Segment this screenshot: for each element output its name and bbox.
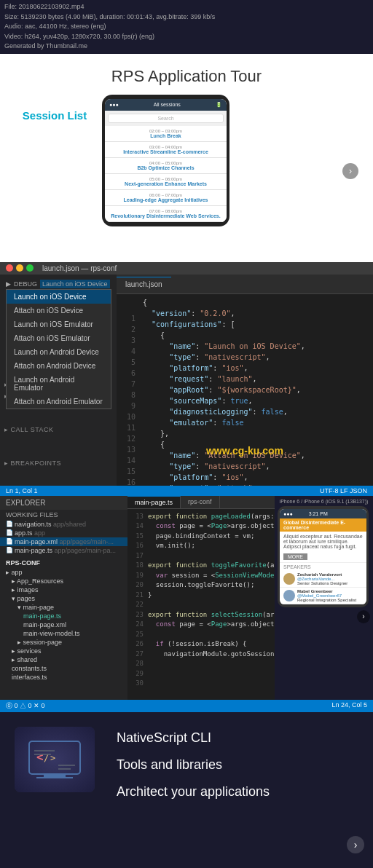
- session-list-area: Session List ●●● All sessions 🔋 Search 0…: [7, 95, 366, 255]
- play-icon[interactable]: ▶: [6, 280, 11, 288]
- dropdown-item-5[interactable]: Launch on Android Device: [7, 345, 111, 359]
- promo-section: < / > NativeScript CLI Tools and librari…: [0, 712, 373, 869]
- metadata-line3: Audio: aac, 44100 Hz, stereo (eng): [4, 22, 369, 32]
- next-arrow[interactable]: ›: [342, 163, 358, 179]
- speaker-2: Mabel Greenbeer @Mabel_Greenbeer67 Regio…: [280, 588, 366, 604]
- phone-screen: ●●● All sessions 🔋 Search 02:00 – 03:00p…: [105, 99, 227, 222]
- avatar-2: [283, 590, 295, 601]
- file-icon: 📄: [6, 521, 13, 527]
- tree-main-view-model[interactable]: main-view-model.ts: [0, 629, 127, 638]
- prs-description: Aliquid excepteur aut. Recusandae et lab…: [280, 532, 366, 551]
- debug-dropdown-value[interactable]: Launch on iOS Device: [40, 280, 110, 288]
- vscode-titlebar: launch.json — rps-conf: [0, 262, 373, 275]
- tree-interfaces-ts[interactable]: interfaces.ts: [0, 673, 127, 682]
- tree-pages[interactable]: ▾ pages: [0, 594, 127, 603]
- page-title: RPS Application Tour: [7, 67, 366, 86]
- status-left: ⓪ 0 △ 0 ✕ 0: [6, 701, 45, 711]
- file-navigation-ts[interactable]: 📄 navigation.ts app/shared: [0, 520, 127, 529]
- file-icon: 📄: [6, 538, 13, 545]
- code-content: { "version": "0.2.0", "configurations": …: [140, 294, 308, 486]
- metadata-line5: Generated by Thumbnail.me: [4, 42, 369, 52]
- list-item: 04:00 – 05:00pm B2b Optimize Channels: [105, 158, 227, 174]
- speaker-1-name: Zechariah Vandervort: [297, 572, 348, 577]
- metadata-line2: Size: 5139230 bytes (4.90 MiB), duration…: [4, 12, 369, 23]
- promo-item-1: NativeScript CLI: [117, 730, 358, 746]
- tree-shared[interactable]: ▸ shared: [0, 655, 127, 664]
- phone-right-outer: ●●● 3:21 PM Global Disintermediate E-com…: [278, 506, 369, 607]
- tab-main-page-ts[interactable]: main-page.ts: [127, 496, 181, 508]
- phone-battery: 🔋: [216, 102, 222, 108]
- file-icon: 📄: [6, 547, 13, 553]
- working-files-label: WORKING FILES: [0, 510, 127, 520]
- phone-mockup: ●●● All sessions 🔋 Search 02:00 – 03:00p…: [102, 95, 233, 248]
- vscode-editor: launch.json 1234567891011121314151617181…: [117, 275, 373, 486]
- explorer-section: EXPLORER WORKING FILES 📄 navigation.ts a…: [0, 496, 373, 700]
- explorer-title: EXPLORER: [0, 496, 127, 510]
- phone-search: Search: [108, 114, 224, 123]
- tree-constants-ts[interactable]: constants.ts: [0, 664, 127, 673]
- speaker-1: Zechariah Vandervort @ZechariaVande... S…: [280, 571, 366, 588]
- tab-rps-conf[interactable]: rps-conf: [181, 496, 220, 508]
- explorer-sidebar: EXPLORER WORKING FILES 📄 navigation.ts a…: [0, 496, 127, 700]
- promo-nav-arrow[interactable]: ›: [347, 836, 364, 853]
- dropdown-item-4[interactable]: Attach on iOS Emulator: [7, 331, 111, 345]
- tree-main-page-ts[interactable]: main-page.ts: [0, 612, 127, 620]
- dropdown-item-1[interactable]: Launch on iOS Device: [7, 290, 111, 304]
- title-section: RPS Application Tour Session List ●●● Al…: [0, 54, 373, 262]
- code-editor-icon: < / >: [15, 727, 95, 792]
- dropdown-item-6[interactable]: Attach on Android Device: [7, 359, 111, 373]
- tree-session-page[interactable]: ▸ session-page: [0, 638, 127, 647]
- list-item: 03:00 – 04:00pm Interactive Streamline E…: [105, 142, 227, 158]
- close-button[interactable]: [6, 264, 13, 272]
- file-icon: 📄: [6, 529, 13, 536]
- chevron-right-icon: ›: [349, 166, 352, 176]
- phone-header: ●●● All sessions 🔋: [105, 99, 227, 111]
- file-main-page-ts[interactable]: 📄 main-page.ts app/pages/main-pa...: [0, 546, 127, 555]
- tree-app-resources[interactable]: ▸ App_Resources: [0, 577, 127, 585]
- tree-main-page-xml[interactable]: main-page.xml: [0, 620, 127, 629]
- file-app-ts[interactable]: 📄 app.ts app: [0, 529, 127, 537]
- file-main-page-xml[interactable]: 📄 main-page.xml app/pages/main-...: [0, 537, 127, 546]
- metadata-line1: File: 20180622103902.mp4: [4, 2, 369, 12]
- phone-nav-arrow[interactable]: ›: [357, 610, 370, 623]
- dropdown-item-7[interactable]: Launch on Android Emulator: [7, 373, 111, 395]
- list-item: 02:00 – 03:00pm Lunch Break: [105, 126, 227, 142]
- main-code-content: export function pageLoaded(args: EventDa…: [148, 512, 275, 689]
- prs-more-button[interactable]: MORE: [283, 553, 307, 560]
- main-line-numbers: 131415161718192021222324252627282930: [127, 512, 148, 689]
- main-editor: main-page.ts rps-conf 131415161718192021…: [127, 496, 275, 700]
- svg-text:<: <: [36, 750, 44, 764]
- promo-item-3: Architect your applications: [117, 784, 358, 800]
- tree-images[interactable]: ▸ images: [0, 585, 127, 594]
- maximize-button[interactable]: [26, 264, 34, 272]
- session-list-label: Session List: [15, 95, 95, 248]
- debug-dropdown-menu[interactable]: Launch on iOS Device Attach on iOS Devic…: [6, 289, 111, 409]
- callstack-section-title: ▸ CALL STACK: [0, 423, 117, 435]
- code-svg: < / >: [25, 738, 84, 781]
- editor-tab-launch[interactable]: launch.json: [117, 277, 171, 291]
- phone-title: All sessions: [154, 102, 181, 107]
- tree-main-page-dir[interactable]: ▾ main-page: [0, 603, 127, 612]
- main-code-area: 131415161718192021222324252627282930 exp…: [127, 509, 275, 692]
- speaker-2-role: Regional Integration Specialist: [297, 598, 356, 602]
- statusbar-right: UTF-8 LF JSON: [320, 487, 367, 494]
- phone-outer: ●●● All sessions 🔋 Search 02:00 – 03:00p…: [102, 95, 229, 226]
- list-item: 05:00 – 06:00pm Next-generation Enhance …: [105, 174, 227, 190]
- tree-services[interactable]: ▸ services: [0, 647, 127, 655]
- list-item: 07:00 – 08:00pm Revolutionary Disinterme…: [105, 206, 227, 222]
- bottom-status-bar: ⓪ 0 △ 0 ✕ 0 Ln 24, Col 5: [0, 700, 373, 712]
- vscode-sidebar: ▶ DEBUG Launch on iOS Device Launch on i…: [0, 275, 117, 486]
- minimize-button[interactable]: [16, 264, 23, 272]
- traffic-lights: [6, 264, 34, 272]
- prs-header: ●●● 3:21 PM: [280, 509, 366, 518]
- editor-tabs: main-page.ts rps-conf: [127, 496, 275, 509]
- promo-item-2: Tools and libraries: [117, 757, 358, 773]
- speakers-label: SPEAKERS: [280, 562, 366, 571]
- tree-app[interactable]: ▸ app: [0, 568, 127, 577]
- metadata-line4: Video: h264, yuv420p, 1280x720, 30.00 fp…: [4, 32, 369, 42]
- dropdown-item-2[interactable]: Attach on iOS Device: [7, 304, 111, 317]
- phone-model-label: iPhone 6 / iPhone 6 (iOS 9.1 (13B137)): [278, 499, 370, 504]
- dropdown-item-3[interactable]: Launch on iOS Emulator: [7, 317, 111, 331]
- dropdown-item-8[interactable]: Attach on Android Emulator: [7, 395, 111, 409]
- speaker-1-role: Senior Solutions Designer: [297, 581, 348, 585]
